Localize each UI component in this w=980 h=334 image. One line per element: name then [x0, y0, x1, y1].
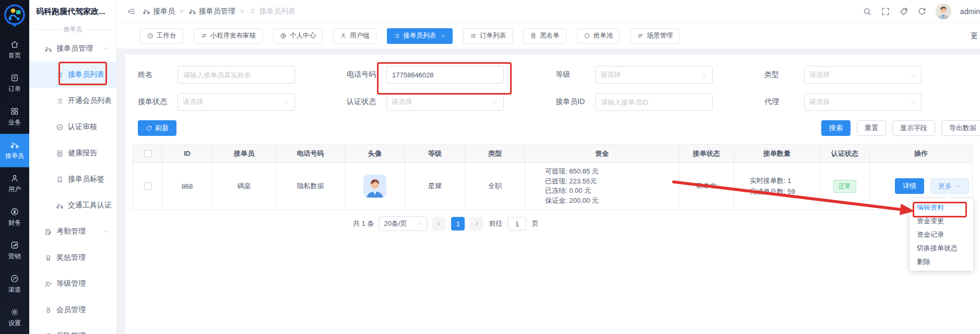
- sidebar-item-vehicle-cert[interactable]: 交通工具认证: [29, 192, 116, 218]
- show-fields-button[interactable]: 显示字段: [892, 120, 935, 136]
- sidebar-item-levels[interactable]: 等级管理: [29, 271, 116, 297]
- search-button[interactable]: 搜索: [821, 120, 851, 136]
- funds-deposit: 保证金: 200.00 元: [545, 196, 599, 206]
- rail-item-settings[interactable]: 设置: [0, 301, 29, 334]
- sidebar-item-members[interactable]: 会员管理: [29, 297, 116, 323]
- search-icon[interactable]: [863, 7, 872, 16]
- detail-button[interactable]: 详情: [895, 178, 924, 194]
- auth-status-select[interactable]: 请选择: [386, 93, 504, 111]
- bike-icon: [44, 45, 52, 53]
- filter-label: 接单状态: [125, 97, 178, 107]
- rail-item-label: 接单员: [5, 152, 24, 160]
- dropdown-item-delete[interactable]: 删除: [910, 255, 973, 269]
- dropdown-item-funds-change[interactable]: 资金变更: [910, 214, 973, 228]
- ribbon-icon: [44, 306, 52, 314]
- lines-icon: [637, 32, 644, 39]
- filter-label: 电话号码: [334, 70, 386, 79]
- breadcrumb-item-courier[interactable]: 接单员: [143, 7, 175, 16]
- select-all-checkbox[interactable]: [144, 150, 151, 157]
- row-checkbox[interactable]: [144, 182, 151, 190]
- rail-item-channels[interactable]: 渠道: [0, 267, 29, 301]
- dropdown-item-toggle-status[interactable]: 切换接单状态: [910, 241, 973, 255]
- goto-page-input[interactable]: [507, 217, 526, 231]
- type-select[interactable]: 请选择: [804, 66, 922, 84]
- page-1-button[interactable]: 1: [451, 217, 465, 231]
- sidebar-item-rewards[interactable]: 奖惩管理: [29, 245, 116, 271]
- order-status-select[interactable]: 请选择: [178, 93, 295, 111]
- filter-phone: 电话号码: [334, 66, 543, 84]
- name-input[interactable]: [178, 66, 295, 84]
- sidebar-item-member-open-list[interactable]: 开通会员列表: [29, 88, 116, 114]
- dropdown-item-edit-profile[interactable]: 编辑资料: [910, 201, 973, 214]
- rail-item-couriers[interactable]: 接单员: [0, 134, 29, 167]
- tab-blacklist[interactable]: 黑名单: [523, 28, 566, 44]
- list-icon: [249, 7, 256, 15]
- rail-item-finance[interactable]: 财务: [0, 200, 29, 234]
- breadcrumb-item-courier-management[interactable]: 接单员管理: [188, 7, 235, 16]
- dropdown-item-funds-record[interactable]: 资金记录: [910, 228, 973, 241]
- sidebar-item-courier-tags[interactable]: 接单员标签: [29, 166, 116, 192]
- more-button[interactable]: 更多: [930, 178, 969, 194]
- sidebar-item-attendance[interactable]: 考勤管理: [29, 218, 116, 245]
- sidebar-collapse-icon[interactable]: [127, 7, 136, 16]
- rail-item-home[interactable]: 首页: [0, 33, 29, 67]
- agent-select[interactable]: 请选择: [804, 93, 922, 111]
- sidebar-item-insurance[interactable]: 保险管理: [29, 323, 116, 334]
- filter-courier-id: 接单员ID: [543, 93, 752, 111]
- tab-workbench[interactable]: 工作台: [140, 28, 183, 44]
- total-count-label: 共 1 条: [353, 219, 374, 228]
- close-icon[interactable]: [440, 33, 446, 39]
- rail-item-marketing[interactable]: 营销: [0, 234, 29, 267]
- sidebar-item-cert-review[interactable]: 认证审核: [29, 114, 116, 140]
- tab-user-client[interactable]: 用户端: [333, 28, 376, 44]
- export-button[interactable]: 导出数据: [941, 120, 980, 136]
- medal-icon: [44, 254, 52, 262]
- level-select[interactable]: 请选择: [595, 66, 713, 84]
- user-rank-icon: [44, 280, 52, 288]
- user-avatar[interactable]: [936, 4, 951, 19]
- next-page-button[interactable]: [470, 217, 483, 231]
- page-size-value: 20条/页: [384, 219, 407, 228]
- bike-icon: [143, 7, 150, 15]
- courier-avatar[interactable]: [363, 175, 386, 198]
- table-row: 868 碼皇 隐私数据 星耀 全职: [133, 162, 972, 210]
- yen-circle-icon: [10, 207, 19, 216]
- tab-overflow-label[interactable]: 更: [971, 31, 979, 41]
- rail-item-orders[interactable]: 订单: [0, 67, 29, 100]
- rail-item-users[interactable]: 用户: [0, 167, 29, 201]
- rail-menu: 首页 订单 业务 接单员 用户 财务 营销 渠道: [0, 33, 29, 334]
- cell-id: 868: [182, 182, 193, 190]
- col-auth-status-header: 认证状态: [831, 149, 858, 158]
- tab-miniprogram-review[interactable]: 小程序发布审核: [194, 28, 263, 44]
- prev-page-button[interactable]: [432, 217, 446, 231]
- courier-id-input[interactable]: [595, 93, 713, 111]
- col-actions-header: 操作: [914, 149, 928, 158]
- tab-label: 抢单池: [594, 31, 613, 40]
- cell-order-counts: 实时接单数: 1 完成单总数: 59: [734, 163, 820, 210]
- rail-item-label: 渠道: [8, 285, 21, 294]
- clock-icon: [147, 32, 154, 39]
- sidebar-item-courier-list[interactable]: 接单员列表: [29, 62, 116, 88]
- rail-item-business[interactable]: 业务: [0, 100, 29, 134]
- sidebar-item-label: 交通工具认证: [68, 201, 112, 210]
- sidebar-item-courier-management[interactable]: 接单员管理: [29, 36, 116, 62]
- tab-order-list[interactable]: 订单列表: [463, 28, 513, 44]
- sidebar-item-label: 接单员标签: [68, 175, 104, 184]
- phone-input[interactable]: [386, 66, 504, 84]
- refresh-icon[interactable]: [917, 7, 927, 16]
- fullscreen-icon[interactable]: [881, 7, 890, 16]
- app-logo[interactable]: [0, 0, 29, 33]
- reset-button[interactable]: 重置: [857, 120, 886, 136]
- tab-personal-center[interactable]: 个人中心: [273, 28, 323, 44]
- filter-label: 姓名: [125, 70, 178, 79]
- refresh-button[interactable]: 刷新: [138, 120, 176, 136]
- sidebar-item-health-report[interactable]: 健康报告: [29, 140, 116, 166]
- tab-courier-list[interactable]: 接单员列表: [387, 28, 453, 44]
- sidebar: 码科跑腿代驾家政... 接单员 接单员管理 接单员列表 开通会员列表 认证审核 …: [29, 0, 117, 334]
- tab-order-pool[interactable]: 抢单池: [577, 28, 620, 44]
- tab-scene-management[interactable]: 场景管理: [630, 28, 680, 44]
- tag-icon[interactable]: [899, 7, 908, 16]
- page-size-select[interactable]: 20条/页: [379, 216, 427, 231]
- document-icon: [56, 149, 64, 157]
- breadcrumb-item-courier-list: 接单员列表: [249, 7, 296, 16]
